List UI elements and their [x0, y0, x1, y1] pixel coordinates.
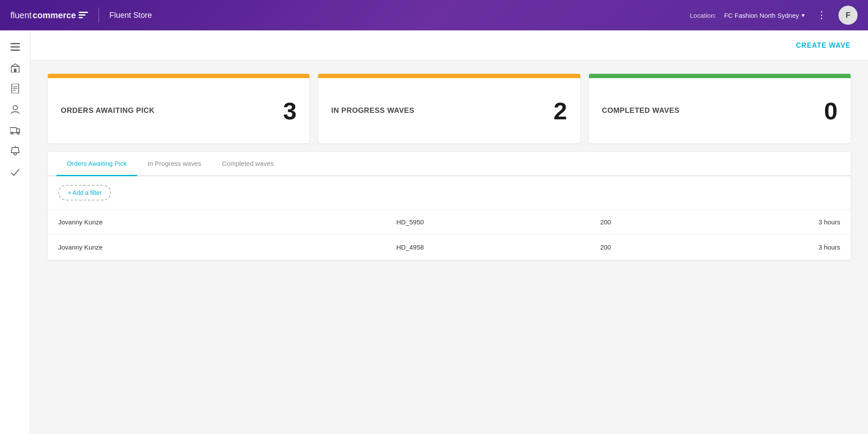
stat-card-bar-orange-1 [48, 74, 309, 78]
avatar-letter: F [846, 11, 851, 20]
sidebar [0, 30, 30, 434]
filter-bar: + Add a filter [48, 176, 851, 210]
add-filter-button[interactable]: + Add a filter [58, 185, 111, 201]
tab-in-progress-waves[interactable]: In Progress waves [137, 152, 211, 176]
stat-value-completed: 0 [824, 97, 838, 125]
location-selector[interactable]: Location: FC Fashion North Sydney ▾ [690, 12, 805, 19]
more-options-icon[interactable]: ⋮ [813, 8, 830, 23]
svg-rect-0 [10, 43, 20, 44]
sidebar-item-store[interactable] [6, 58, 25, 77]
header-divider [99, 7, 99, 23]
stat-label-orders-awaiting: ORDERS AWAITING PICK [61, 106, 155, 115]
tabs-section: Orders Awaiting Pick In Progress waves C… [48, 152, 851, 260]
tab-completed-waves[interactable]: Completed waves [212, 152, 284, 176]
stat-card-body-1: ORDERS AWAITING PICK 3 [48, 78, 309, 143]
svg-point-12 [17, 132, 19, 135]
user-avatar[interactable]: F [838, 6, 858, 25]
stat-value-in-progress: 2 [554, 97, 567, 125]
stat-card-body-3: COMPLETED WAVES 0 [589, 78, 851, 143]
row-time-1: 3 hours [684, 218, 840, 226]
svg-point-9 [13, 105, 17, 110]
tab-orders-awaiting-pick[interactable]: Orders Awaiting Pick [56, 152, 137, 176]
logo-fluent-text: fluent [10, 10, 32, 20]
top-bar: CREATE WAVE [30, 30, 868, 61]
app-body: CREATE WAVE ORDERS AWAITING PICK 3 IN PR… [0, 30, 868, 434]
row-name-1: Jovanny Kunze [58, 218, 293, 226]
row-time-2: 3 hours [684, 243, 840, 251]
row-code-1: HD_5950 [293, 218, 528, 226]
sidebar-item-orders[interactable] [6, 79, 25, 98]
svg-point-11 [11, 132, 13, 135]
sidebar-item-dispatch[interactable] [6, 121, 25, 140]
tabs-header: Orders Awaiting Pick In Progress waves C… [48, 152, 851, 176]
stats-section: ORDERS AWAITING PICK 3 IN PROGRESS WAVES… [30, 61, 868, 152]
row-name-2: Jovanny Kunze [58, 243, 293, 251]
table-row: Jovanny Kunze HD_4958 200 3 hours [48, 235, 851, 260]
stat-card-body-2: IN PROGRESS WAVES 2 [318, 78, 580, 143]
location-label-text: Location: [690, 12, 717, 19]
stat-value-orders-awaiting: 3 [283, 97, 296, 125]
sidebar-item-menu[interactable] [6, 37, 25, 56]
main-content: CREATE WAVE ORDERS AWAITING PICK 3 IN PR… [30, 30, 868, 434]
sidebar-item-verify[interactable] [6, 162, 25, 181]
header-right: Location: FC Fashion North Sydney ▾ ⋮ F [690, 6, 858, 25]
stat-label-in-progress: IN PROGRESS WAVES [331, 106, 414, 115]
svg-rect-13 [14, 153, 16, 155]
location-value-text: FC Fashion North Sydney [724, 12, 799, 19]
sidebar-item-alerts[interactable] [6, 141, 25, 161]
svg-rect-1 [10, 46, 20, 48]
row-num-2: 200 [527, 243, 684, 251]
stat-card-in-progress[interactable]: IN PROGRESS WAVES 2 [318, 74, 580, 143]
chevron-down-icon: ▾ [802, 12, 805, 19]
create-wave-button[interactable]: CREATE WAVE [796, 42, 851, 49]
stat-label-completed: COMPLETED WAVES [602, 106, 680, 115]
svg-rect-4 [14, 69, 16, 72]
stat-card-orders-awaiting[interactable]: ORDERS AWAITING PICK 3 [48, 74, 309, 143]
app-logo: fluent commerce [10, 10, 88, 20]
sidebar-item-users[interactable] [6, 100, 25, 119]
stat-card-bar-orange-2 [318, 74, 580, 78]
row-num-1: 200 [527, 218, 684, 226]
logo-bars-icon [79, 12, 88, 19]
stat-card-bar-green [589, 74, 851, 78]
table-area: Jovanny Kunze HD_5950 200 3 hours Jovann… [48, 210, 851, 260]
logo-commerce-text: commerce [33, 10, 76, 20]
svg-rect-2 [10, 49, 20, 51]
app-header: fluent commerce Fluent Store Location: F… [0, 0, 868, 30]
store-name: Fluent Store [109, 11, 152, 20]
svg-rect-10 [10, 128, 16, 133]
stat-card-completed[interactable]: COMPLETED WAVES 0 [589, 74, 851, 143]
table-row: Jovanny Kunze HD_5950 200 3 hours [48, 210, 851, 235]
row-code-2: HD_4958 [293, 243, 528, 251]
